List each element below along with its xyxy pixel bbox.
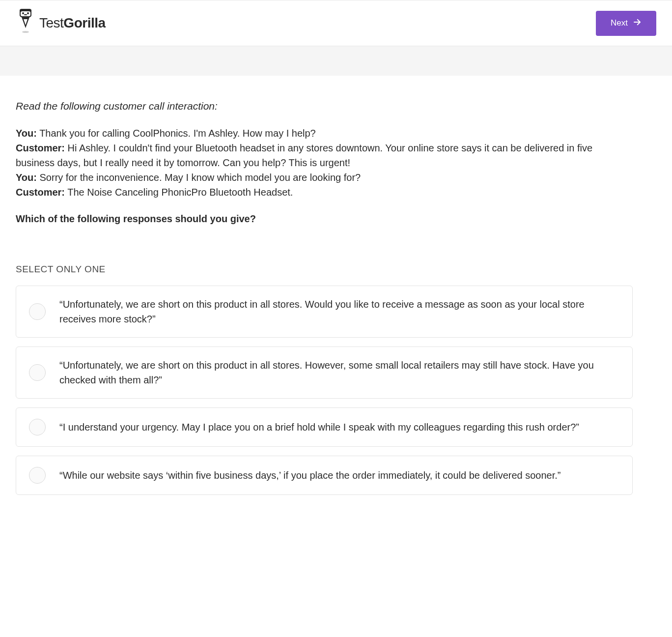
dialogue-line: You: Sorry for the inconvenience. May I …	[16, 170, 633, 185]
answer-option-4[interactable]: “While our website says ‘within five bus…	[16, 456, 633, 495]
logo: TestGorilla	[16, 8, 106, 38]
option-text: “I understand your urgency. May I place …	[59, 420, 579, 434]
svg-rect-3	[24, 14, 27, 15]
radio-button[interactable]	[29, 303, 46, 320]
option-text: “Unfortunately, we are short on this pro…	[59, 297, 619, 326]
dialogue-line: Customer: Hi Ashley. I couldn't find you…	[16, 141, 633, 170]
answer-option-3[interactable]: “I understand your urgency. May I place …	[16, 407, 633, 447]
arrow-right-icon	[633, 18, 642, 29]
radio-button[interactable]	[29, 467, 46, 484]
speaker-label: Customer:	[16, 143, 65, 153]
answer-option-2[interactable]: “Unfortunately, we are short on this pro…	[16, 347, 633, 399]
select-only-one-label: SELECT ONLY ONE	[16, 264, 633, 275]
question-text: Which of the following responses should …	[16, 213, 633, 225]
dialogue-text: Thank you for calling CoolPhonics. I'm A…	[37, 128, 316, 139]
svg-point-4	[22, 31, 29, 33]
option-text: “While our website says ‘within five bus…	[59, 468, 560, 483]
speaker-label: Customer:	[16, 187, 65, 198]
gray-band	[0, 46, 672, 76]
svg-rect-0	[21, 11, 30, 16]
dialogue-text: Hi Ashley. I couldn't find your Bluetoot…	[16, 143, 592, 168]
option-text: “Unfortunately, we are short on this pro…	[59, 358, 619, 387]
content-area: Read the following customer call interac…	[0, 76, 648, 523]
speaker-label: You:	[16, 172, 37, 183]
dialogue-text: The Noise Canceling PhonicPro Bluetooth …	[65, 187, 293, 198]
speaker-label: You:	[16, 128, 37, 139]
svg-point-2	[27, 12, 29, 14]
instruction-text: Read the following customer call interac…	[16, 100, 633, 112]
next-button[interactable]: Next	[596, 11, 656, 36]
gorilla-icon	[16, 8, 35, 38]
next-button-label: Next	[611, 18, 628, 28]
dialogue-text: Sorry for the inconvenience. May I know …	[37, 172, 361, 183]
radio-button[interactable]	[29, 364, 46, 381]
header-bar: TestGorilla Next	[0, 0, 672, 46]
logo-text: TestGorilla	[39, 15, 106, 31]
dialogue-line: You: Thank you for calling CoolPhonics. …	[16, 126, 633, 141]
svg-point-1	[22, 12, 24, 14]
radio-button[interactable]	[29, 419, 46, 435]
dialogue-block: You: Thank you for calling CoolPhonics. …	[16, 126, 633, 200]
answer-option-1[interactable]: “Unfortunately, we are short on this pro…	[16, 286, 633, 338]
dialogue-line: Customer: The Noise Canceling PhonicPro …	[16, 185, 633, 200]
